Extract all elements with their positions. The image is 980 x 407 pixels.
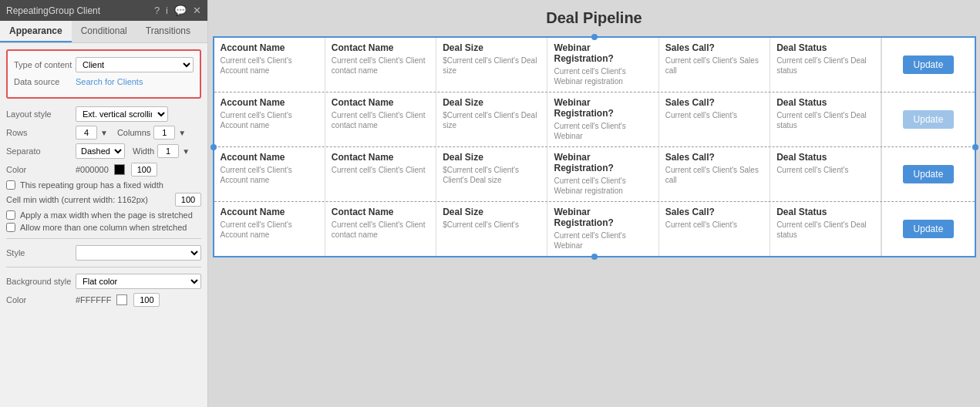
cell-sub: $Current cell's Client's Client's Deal s… [443,165,541,185]
cell-sub: Current cell's Client's Account name [221,220,318,240]
help-icon[interactable]: ? [154,5,160,16]
cell-header: Contact Name [332,207,429,217]
rows-dropdown-icon[interactable]: ▼ [100,129,108,137]
close-icon[interactable]: ✕ [193,5,201,16]
bg-color-swatch[interactable] [116,294,127,305]
update-button[interactable]: Update [903,56,955,74]
cell-header: Account Name [221,97,318,108]
cell-header: Deal Status [776,97,874,108]
cell-sub: Current cell's Client's Client [332,165,429,175]
grid-cell: Deal StatusCurrent cell's Client's [770,147,881,201]
cell-sub: $Current cell's Client's Deal size [443,56,541,76]
update-cell: Update [881,38,974,92]
color-controls: #000000 [76,163,201,177]
color-hex: #000000 [76,165,109,174]
cell-header: Webinar Registration? [554,152,652,173]
type-of-content-label: Type of content [14,60,76,69]
cell-header: Account Name [221,152,318,163]
left-handle[interactable] [210,144,217,150]
cell-header: Deal Size [443,42,541,53]
cell-sub: Current cell's Client's Webinar registra… [554,176,652,196]
width-dropdown-icon[interactable]: ▼ [182,147,190,156]
width-input[interactable] [157,144,179,158]
tab-appearance[interactable]: Appearance [0,21,72,42]
grid-cell: Deal StatusCurrent cell's Client's Deal … [770,38,881,92]
grid-cell: Contact NameCurrent cell's Client's Clie… [325,38,436,92]
color-swatch[interactable] [114,164,125,175]
max-width-checkbox[interactable] [6,210,15,220]
cell-header: Webinar Registration? [554,42,652,64]
bg-style-label: Background style [6,277,76,286]
tab-conditional[interactable]: Conditional [72,21,136,42]
data-source-link[interactable]: Search for Clients [76,77,194,86]
cell-sub: Current cell's Client's [776,165,874,175]
cell-header: Contact Name [332,97,429,108]
bg-style-select[interactable]: Flat color [76,274,201,289]
grid-cell: Account NameCurrent cell's Client's Acco… [214,92,325,146]
main-area: Deal Pipeline Account NameCurrent cell's… [208,0,980,407]
bottom-handle[interactable] [591,254,598,260]
rows-controls: ▼ Columns ▼ [76,126,201,140]
style-select[interactable] [76,245,201,261]
cell-header: Sales Call? [665,97,763,108]
update-button[interactable]: Update [903,165,955,183]
update-cell: Update [881,202,974,256]
cell-min-width-label: Cell min width (current width: 1162px) [6,195,175,204]
grid-cell: Webinar Registration?Current cell's Clie… [547,92,658,146]
multi-column-row: Allow more than one column when stretche… [6,223,201,232]
data-source-row: Data source Search for Clients [14,77,194,86]
top-handle[interactable] [591,34,598,40]
grid-row: Account NameCurrent cell's Client's Acco… [214,92,975,147]
bg-style-row: Background style Flat color [6,274,201,289]
update-button[interactable]: Update [903,220,955,238]
cell-header: Sales Call? [665,42,763,53]
left-panel: RepeatingGroup Client ? i 💬 ✕ Appearance… [0,0,208,407]
chat-icon[interactable]: 💬 [174,5,187,16]
type-of-content-select-wrapper: Client [76,57,194,72]
cell-min-width-input[interactable] [175,193,201,207]
grid-cell: Deal Size$Current cell's Client's [436,202,547,256]
right-handle[interactable] [972,144,978,150]
content-source-section: Type of content Client Data source Searc… [6,49,201,99]
multi-column-checkbox[interactable] [6,223,15,232]
layout-style-row: Layout style Ext. vertical scrolling [6,106,201,122]
grid-cell: Deal Size$Current cell's Client's Deal s… [436,92,547,146]
max-width-label: Apply a max width when the page is stret… [20,210,193,220]
columns-dropdown-icon[interactable]: ▼ [178,129,186,137]
cell-sub: Current cell's Client's Client contact n… [332,110,429,130]
columns-input[interactable] [153,126,175,140]
grid-cell: Sales Call?Current cell's Client's [659,202,770,256]
columns-label: Columns [117,128,150,137]
tab-transitions[interactable]: Transitions [136,21,200,42]
cell-header: Deal Size [443,97,541,108]
separator-row: Separato Dashed Width ▼ [6,143,201,159]
color-opacity[interactable] [131,163,157,177]
cell-header: Sales Call? [665,207,763,217]
cell-header: Webinar Registration? [554,97,652,119]
grid-cell: Webinar Registration?Current cell's Clie… [547,38,658,92]
cell-sub: Current cell's Client's Account name [221,56,318,76]
cell-sub: Current cell's Client's Deal status [776,220,874,240]
info-icon[interactable]: i [166,5,168,16]
bg-color-opacity[interactable] [133,293,160,307]
fixed-width-checkbox[interactable] [6,180,15,190]
cell-sub: Current cell's Client's Account name [221,165,318,185]
cell-sub: Current cell's Client's Deal status [776,110,874,130]
separator-select[interactable]: Dashed [76,143,125,159]
rows-input[interactable] [76,126,97,140]
separator-controls: Dashed Width ▼ [76,143,201,159]
cell-sub: $Current cell's Client's Deal size [443,110,541,130]
update-button[interactable]: Update [903,110,955,129]
layout-style-select[interactable]: Ext. vertical scrolling [76,106,168,122]
cell-sub: Current cell's Client's Sales call [665,165,763,185]
cell-sub: Current cell's Client's Client contact n… [332,56,429,76]
cell-header: Deal Size [443,152,541,163]
width-label: Width [133,146,154,156]
grid-cell: Account NameCurrent cell's Client's Acco… [214,38,325,92]
cell-min-width-row: Cell min width (current width: 1162px) [6,193,201,207]
panel-body: Type of content Client Data source Searc… [0,43,207,407]
cell-header: Account Name [221,207,318,217]
cell-header: Sales Call? [665,152,763,163]
type-of-content-select[interactable]: Client [76,57,194,72]
cell-header: Contact Name [332,152,429,163]
